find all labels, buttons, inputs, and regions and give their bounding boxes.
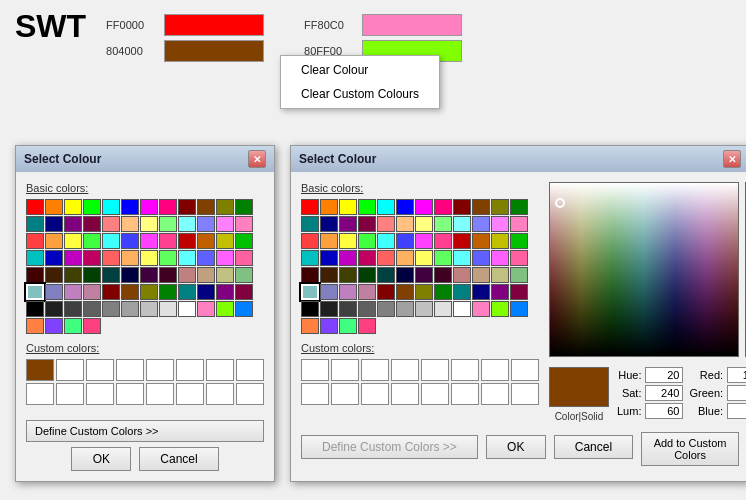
color-cell[interactable] bbox=[45, 301, 63, 317]
custom-color-cell[interactable] bbox=[361, 359, 389, 381]
color-cell[interactable] bbox=[415, 250, 433, 266]
color-cell[interactable] bbox=[396, 301, 414, 317]
custom-color-cell[interactable] bbox=[481, 383, 509, 405]
color-cell[interactable] bbox=[377, 284, 395, 300]
color-cell[interactable] bbox=[320, 301, 338, 317]
color-cell[interactable] bbox=[235, 284, 253, 300]
custom-color-cell[interactable] bbox=[56, 383, 84, 405]
color-cell[interactable] bbox=[197, 233, 215, 249]
custom-color-cell[interactable] bbox=[206, 383, 234, 405]
color-cell[interactable] bbox=[45, 233, 63, 249]
color-cell[interactable] bbox=[235, 199, 253, 215]
color-cell[interactable] bbox=[121, 199, 139, 215]
color-cell[interactable] bbox=[216, 284, 234, 300]
color-cell[interactable] bbox=[64, 301, 82, 317]
color-cell[interactable] bbox=[491, 199, 509, 215]
color-cell[interactable] bbox=[377, 267, 395, 283]
color-cell[interactable] bbox=[396, 199, 414, 215]
color-cell[interactable] bbox=[64, 318, 82, 334]
color-cell[interactable] bbox=[358, 199, 376, 215]
custom-color-cell[interactable] bbox=[116, 359, 144, 381]
color-cell[interactable] bbox=[26, 284, 44, 300]
color-cell[interactable] bbox=[235, 233, 253, 249]
color-cell[interactable] bbox=[26, 318, 44, 334]
color-cell[interactable] bbox=[453, 267, 471, 283]
color-cell[interactable] bbox=[415, 267, 433, 283]
color-cell[interactable] bbox=[301, 233, 319, 249]
color-cell[interactable] bbox=[491, 284, 509, 300]
green-input[interactable] bbox=[727, 385, 746, 401]
color-cell[interactable] bbox=[434, 284, 452, 300]
custom-color-cell[interactable] bbox=[451, 383, 479, 405]
cancel-btn-2[interactable]: Cancel bbox=[554, 435, 633, 459]
color-cell[interactable] bbox=[301, 199, 319, 215]
color-cell[interactable] bbox=[159, 267, 177, 283]
color-cell[interactable] bbox=[140, 233, 158, 249]
custom-color-cell[interactable] bbox=[86, 359, 114, 381]
color-cell[interactable] bbox=[358, 301, 376, 317]
color-cell[interactable] bbox=[434, 216, 452, 232]
color-cell[interactable] bbox=[64, 233, 82, 249]
color-cell[interactable] bbox=[491, 250, 509, 266]
custom-color-cell[interactable] bbox=[56, 359, 84, 381]
color-cell[interactable] bbox=[140, 250, 158, 266]
custom-color-cell[interactable] bbox=[176, 359, 204, 381]
custom-color-cell[interactable] bbox=[301, 383, 329, 405]
color-cell[interactable] bbox=[64, 284, 82, 300]
blue-input[interactable] bbox=[727, 403, 746, 419]
color-cell[interactable] bbox=[339, 318, 357, 334]
custom-color-cell[interactable] bbox=[331, 383, 359, 405]
color-cell[interactable] bbox=[396, 233, 414, 249]
color-cell[interactable] bbox=[197, 250, 215, 266]
color-cell[interactable] bbox=[491, 267, 509, 283]
red-input[interactable] bbox=[727, 367, 746, 383]
color-cell[interactable] bbox=[178, 301, 196, 317]
color-cell[interactable] bbox=[472, 301, 490, 317]
color-cell[interactable] bbox=[453, 250, 471, 266]
color-cell[interactable] bbox=[510, 199, 528, 215]
color-cell[interactable] bbox=[159, 233, 177, 249]
color-cell[interactable] bbox=[301, 284, 319, 300]
color-cell[interactable] bbox=[339, 216, 357, 232]
color-cell[interactable] bbox=[216, 233, 234, 249]
custom-color-cell[interactable] bbox=[511, 359, 539, 381]
color-cell[interactable] bbox=[83, 284, 101, 300]
color-cell[interactable] bbox=[320, 267, 338, 283]
color-cell[interactable] bbox=[320, 250, 338, 266]
color-cell[interactable] bbox=[178, 267, 196, 283]
color-cell[interactable] bbox=[320, 233, 338, 249]
color-cell[interactable] bbox=[453, 301, 471, 317]
color-cell[interactable] bbox=[472, 284, 490, 300]
color-cell[interactable] bbox=[216, 216, 234, 232]
custom-color-cell[interactable] bbox=[421, 383, 449, 405]
cancel-btn-1[interactable]: Cancel bbox=[139, 447, 218, 471]
color-cell[interactable] bbox=[26, 301, 44, 317]
color-cell[interactable] bbox=[197, 267, 215, 283]
swatch-ff80c0[interactable] bbox=[362, 14, 462, 36]
custom-color-cell[interactable] bbox=[236, 359, 264, 381]
color-cell[interactable] bbox=[415, 199, 433, 215]
color-cell[interactable] bbox=[358, 216, 376, 232]
color-cell[interactable] bbox=[434, 233, 452, 249]
color-cell[interactable] bbox=[358, 233, 376, 249]
color-cell[interactable] bbox=[102, 199, 120, 215]
swatch-804000[interactable] bbox=[164, 40, 264, 62]
ok-btn-1[interactable]: OK bbox=[71, 447, 131, 471]
color-cell[interactable] bbox=[178, 199, 196, 215]
color-cell[interactable] bbox=[140, 216, 158, 232]
color-cell[interactable] bbox=[45, 216, 63, 232]
color-cell[interactable] bbox=[472, 250, 490, 266]
color-cell[interactable] bbox=[415, 216, 433, 232]
sat-input[interactable] bbox=[645, 385, 683, 401]
color-cell[interactable] bbox=[235, 301, 253, 317]
color-cell[interactable] bbox=[178, 284, 196, 300]
color-cell[interactable] bbox=[64, 250, 82, 266]
color-cell[interactable] bbox=[140, 267, 158, 283]
custom-color-cell[interactable] bbox=[511, 383, 539, 405]
color-cell[interactable] bbox=[159, 301, 177, 317]
color-cell[interactable] bbox=[197, 301, 215, 317]
custom-color-cell[interactable] bbox=[146, 359, 174, 381]
color-cell[interactable] bbox=[396, 250, 414, 266]
color-cell[interactable] bbox=[83, 250, 101, 266]
color-cell[interactable] bbox=[26, 233, 44, 249]
